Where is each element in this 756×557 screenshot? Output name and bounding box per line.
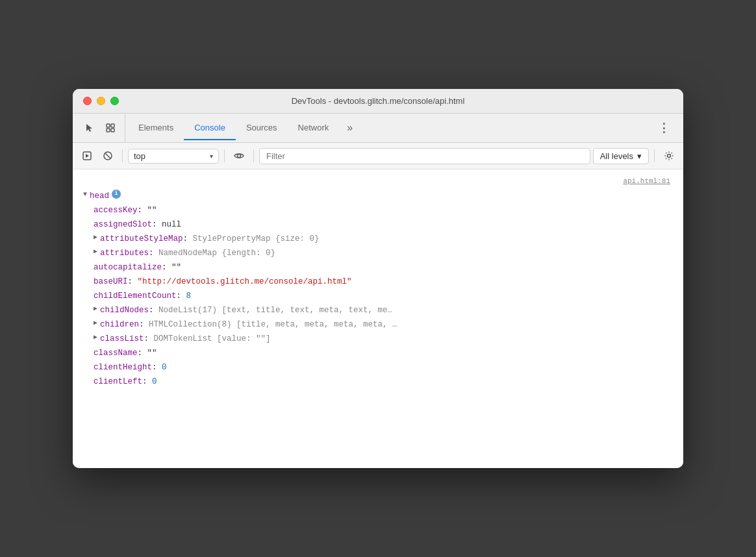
head-label: head [90,190,109,203]
file-link-row: api.html:81 [83,175,673,189]
tab-menu-button[interactable]: ⋮ [650,116,678,140]
eye-button[interactable] [230,147,248,165]
filter-input[interactable] [259,148,590,164]
prop-classList: ▶ classList : DOMTokenList [value: ""] [83,332,673,346]
maximize-button[interactable] [110,97,119,105]
prop-clientHeight: clientHeight : 0 [83,360,673,375]
attributeStyleMap-toggle[interactable]: ▶ [94,232,97,243]
prop-assignedSlot: assignedSlot : null [83,217,673,232]
prop-autocapitalize: autocapitalize : "" [83,260,673,275]
svg-rect-0 [107,124,110,127]
svg-rect-3 [111,129,114,132]
execute-button[interactable] [78,147,96,165]
tabs-list: Elements Console Sources Network » [128,116,650,140]
info-icon[interactable]: i [112,190,121,199]
head-toggle[interactable]: ▼ [83,190,87,200]
prop-childNodes: ▶ childNodes : NodeList(17) [text, title… [83,303,673,317]
svg-marker-5 [86,154,89,158]
tab-icon-group [78,114,125,142]
tab-sources[interactable]: Sources [236,116,288,140]
tab-more-button[interactable]: » [339,117,360,139]
prop-childElementCount: childElementCount : 8 [83,289,673,303]
toolbar-separator-1 [122,149,123,162]
head-line: ▼ head i [83,189,673,203]
prop-children: ▶ children : HTMLCollection(8) [title, m… [83,317,673,332]
svg-point-8 [238,155,241,158]
layers-icon-button[interactable] [101,119,120,137]
svg-point-9 [668,155,671,158]
close-button[interactable] [83,97,92,105]
childNodes-toggle[interactable]: ▶ [94,304,97,314]
devtools-window: DevTools - devtools.glitch.me/console/ap… [73,89,683,468]
context-arrow-icon: ▾ [210,153,213,160]
traffic-lights [83,97,119,105]
prop-className: className : "" [83,346,673,360]
toolbar-separator-4 [654,149,655,162]
levels-selector[interactable]: All levels ▾ [593,148,649,164]
title-bar: DevTools - devtools.glitch.me/console/ap… [73,89,683,114]
context-selector[interactable]: top ▾ [128,149,219,164]
prop-accessKey: accessKey : "" [83,203,673,217]
clear-button[interactable] [99,147,117,165]
levels-arrow-icon: ▾ [637,151,642,161]
minimize-button[interactable] [97,97,105,105]
attributes-toggle[interactable]: ▶ [94,247,97,257]
svg-rect-2 [107,129,110,132]
prop-attributeStyleMap: ▶ attributeStyleMap : StylePropertyMap {… [83,232,673,246]
console-toolbar: top ▾ All levels ▾ [73,143,683,169]
toolbar-separator-2 [224,149,225,162]
classList-toggle[interactable]: ▶ [94,332,97,343]
prop-clientLeft: clientLeft : 0 [83,375,673,389]
file-link[interactable]: api.html:81 [620,175,673,189]
tab-elements[interactable]: Elements [128,116,184,140]
settings-button[interactable] [660,147,678,165]
context-value: top [134,151,145,161]
cursor-icon-button[interactable] [81,119,99,137]
svg-rect-1 [111,124,114,127]
prop-baseURI: baseURI : "http://devtools.glitch.me/con… [83,275,673,289]
toolbar-separator-3 [253,149,254,162]
tab-console[interactable]: Console [184,116,236,140]
tab-network[interactable]: Network [288,116,340,140]
console-content: api.html:81 ▼ head i accessKey : "" assi… [73,169,683,468]
levels-label: All levels [600,151,633,161]
tabs-bar: Elements Console Sources Network » ⋮ [73,114,683,143]
svg-line-7 [105,153,110,158]
window-title: DevTools - devtools.glitch.me/console/ap… [292,96,465,106]
prop-attributes: ▶ attributes : NamedNodeMap {length: 0} [83,246,673,260]
children-toggle[interactable]: ▶ [94,318,97,328]
